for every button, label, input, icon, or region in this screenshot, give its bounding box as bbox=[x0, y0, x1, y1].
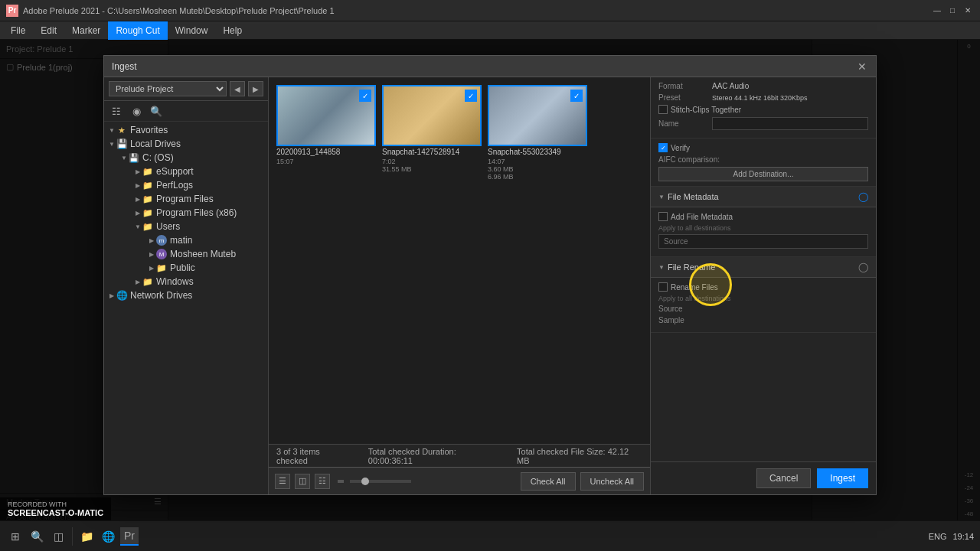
file-size-3b: 6.96 MB bbox=[488, 173, 587, 181]
tree-windows[interactable]: ▶ 📁 Windows bbox=[104, 275, 268, 289]
dialog-status-bar: 3 of 3 items checked Total checked Durat… bbox=[269, 444, 650, 467]
tree-network-drives[interactable]: ▶ 🌐 Network Drives bbox=[104, 289, 268, 302]
search-btn[interactable]: 🔍 bbox=[149, 103, 164, 119]
thumbnail-view-btn[interactable]: ◫ bbox=[295, 474, 310, 489]
recorded-line1: RECORDED WITH bbox=[8, 500, 103, 508]
menu-marker[interactable]: Marker bbox=[64, 21, 108, 40]
tree-local-drives[interactable]: ▼ 💾 Local Drives bbox=[104, 137, 268, 151]
rename-files-checkbox[interactable] bbox=[658, 282, 668, 292]
windows-button[interactable]: ⊞ bbox=[6, 527, 24, 546]
tree-esupport[interactable]: ▶ 📁 eSupport bbox=[104, 165, 268, 178]
menu-window[interactable]: Window bbox=[168, 21, 216, 40]
file-time-2: 7:02 bbox=[382, 158, 482, 165]
menu-rough-cut[interactable]: Rough Cut bbox=[108, 21, 167, 40]
recorded-line2: SCREENCAST-O-MATIC bbox=[8, 508, 103, 517]
add-metadata-checkbox[interactable] bbox=[658, 212, 668, 221]
dialog-title: Ingest bbox=[112, 61, 137, 72]
filter-icon-btn[interactable]: ☷ bbox=[109, 103, 124, 119]
list-view-btn[interactable]: ☰ bbox=[275, 474, 290, 489]
tree-mosheen-muteb[interactable]: ▶ M Mosheen Muteb bbox=[104, 247, 268, 261]
program-files-icon: 📁 bbox=[142, 194, 153, 204]
tree-program-files[interactable]: ▶ 📁 Program Files bbox=[104, 192, 268, 206]
dialog-file-tree: ▼ ★ Favorites ▼ 💾 Local Drives ▼ 💾 bbox=[104, 122, 268, 494]
detail-view-btn[interactable]: ☷ bbox=[315, 474, 330, 489]
file-checkbox-3[interactable]: ✓ bbox=[570, 90, 583, 102]
windows-label: Windows bbox=[156, 276, 194, 287]
source-row: Source bbox=[658, 305, 868, 313]
close-button[interactable]: ✕ bbox=[962, 5, 974, 17]
uncheck-all-button[interactable]: Uncheck All bbox=[580, 472, 644, 491]
check-all-button[interactable]: Check All bbox=[521, 472, 576, 491]
adobe-btn[interactable]: Pr bbox=[120, 527, 139, 546]
metadata-section-label: File Metadata bbox=[668, 192, 858, 201]
menu-file[interactable]: File bbox=[3, 21, 33, 40]
file-checkbox-2[interactable]: ✓ bbox=[465, 90, 477, 102]
add-destination-button[interactable]: Add Destination... bbox=[658, 167, 868, 181]
favorites-arrow[interactable]: ▼ bbox=[107, 126, 116, 135]
maximize-button[interactable]: □ bbox=[946, 5, 959, 17]
dialog-toolbar: ☷ ◉ 🔍 bbox=[104, 101, 268, 122]
file-checkbox-1[interactable]: ✓ bbox=[359, 90, 371, 102]
rename-power-btn[interactable]: ◯ bbox=[858, 262, 868, 272]
matin-arrow[interactable]: ▶ bbox=[147, 236, 156, 245]
chrome-btn[interactable]: 🌐 bbox=[99, 527, 117, 546]
network-drives-icon: 🌐 bbox=[116, 290, 127, 301]
aifc-row: AIFC comparison: bbox=[658, 155, 868, 164]
view-toggle-btn[interactable]: ◉ bbox=[129, 103, 144, 119]
file-explorer-btn[interactable]: 📁 bbox=[77, 527, 96, 546]
preset-label: Preset bbox=[658, 93, 712, 102]
nav-back-button[interactable]: ◀ bbox=[230, 81, 245, 96]
metadata-power-btn[interactable]: ◯ bbox=[858, 191, 868, 202]
tree-public[interactable]: ▶ 📁 Public bbox=[104, 261, 268, 275]
add-metadata-label: Add File Metadata bbox=[671, 213, 733, 221]
program-files-x86-arrow[interactable]: ▶ bbox=[133, 208, 142, 217]
rename-section-label: File Rename bbox=[668, 262, 858, 272]
dialog-body: Prelude Project ◀ ▶ ☷ ◉ 🔍 ▼ ★ bbox=[104, 77, 876, 494]
stitch-checkbox[interactable] bbox=[658, 105, 668, 114]
file-metadata-header[interactable]: ▼ File Metadata ◯ bbox=[651, 187, 876, 207]
file-item-1[interactable]: ✓ 20200913_144858 15:07 bbox=[276, 85, 376, 181]
nav-forward-button[interactable]: ▶ bbox=[248, 81, 263, 96]
file-rename-header[interactable]: ▼ File Rename ◯ bbox=[651, 257, 876, 278]
local-drives-arrow[interactable]: ▼ bbox=[107, 139, 116, 148]
users-arrow[interactable]: ▼ bbox=[133, 222, 142, 231]
project-selector[interactable]: Prelude Project bbox=[109, 81, 227, 96]
file-item-3[interactable]: ✓ Snapchat-553023349 14:07 3.60 MB 6.96 … bbox=[488, 85, 587, 181]
dialog-close-button[interactable]: ✕ bbox=[856, 60, 868, 73]
add-destination-container: Add Destination... bbox=[658, 167, 868, 181]
cancel-button[interactable]: Cancel bbox=[756, 468, 811, 488]
public-arrow[interactable]: ▶ bbox=[147, 263, 156, 272]
program-files-arrow[interactable]: ▶ bbox=[133, 194, 142, 204]
perflogs-arrow[interactable]: ▶ bbox=[133, 181, 142, 190]
users-label: Users bbox=[156, 221, 180, 232]
tree-perflogs[interactable]: ▶ 📁 PerfLogs bbox=[104, 178, 268, 192]
tree-favorites[interactable]: ▼ ★ Favorites bbox=[104, 123, 268, 137]
tree-matin[interactable]: ▶ m matin bbox=[104, 233, 268, 247]
rename-files-label: Rename Files bbox=[671, 283, 718, 292]
task-view[interactable]: ◫ bbox=[49, 527, 67, 546]
menu-help[interactable]: Help bbox=[215, 21, 250, 40]
file-item-2[interactable]: ✓ Snapchat-1427528914 7:02 31.55 MB bbox=[382, 85, 482, 181]
minimize-button[interactable]: — bbox=[931, 5, 943, 17]
c-drive-arrow[interactable]: ▼ bbox=[119, 153, 129, 162]
zoom-slider[interactable] bbox=[350, 480, 411, 483]
mosheen-arrow[interactable]: ▶ bbox=[147, 249, 156, 259]
verify-checkbox[interactable]: ✓ bbox=[658, 143, 668, 152]
search-taskbar[interactable]: 🔍 bbox=[28, 527, 46, 546]
network-drives-arrow[interactable]: ▶ bbox=[107, 291, 116, 300]
menu-edit[interactable]: Edit bbox=[33, 21, 64, 40]
title-bar: Pr Adobe Prelude 2021 - C:\Users\Mosheen… bbox=[0, 0, 980, 21]
mosheen-label: Mosheen Muteb bbox=[170, 249, 236, 259]
name-input[interactable] bbox=[712, 117, 868, 130]
esupport-arrow[interactable]: ▶ bbox=[133, 167, 142, 176]
tree-program-files-x86[interactable]: ▶ 📁 Program Files (x86) bbox=[104, 206, 268, 220]
tree-users[interactable]: ▼ 📁 Users bbox=[104, 220, 268, 233]
users-icon: 📁 bbox=[142, 221, 153, 232]
metadata-source-input[interactable] bbox=[658, 234, 868, 249]
format-section: Format AAC Audio Preset Stereo 44.1 kHz … bbox=[651, 77, 876, 139]
taskbar-items: ⊞ 🔍 ◫ 📁 🌐 Pr bbox=[6, 527, 926, 546]
dialog-bottom-bar: ☰ ◫ ☷ Check All Uncheck All bbox=[269, 467, 650, 494]
ingest-button[interactable]: Ingest bbox=[817, 468, 868, 488]
tree-c-drive[interactable]: ▼ 💾 C: (OS) bbox=[104, 151, 268, 165]
windows-arrow[interactable]: ▶ bbox=[133, 277, 142, 286]
